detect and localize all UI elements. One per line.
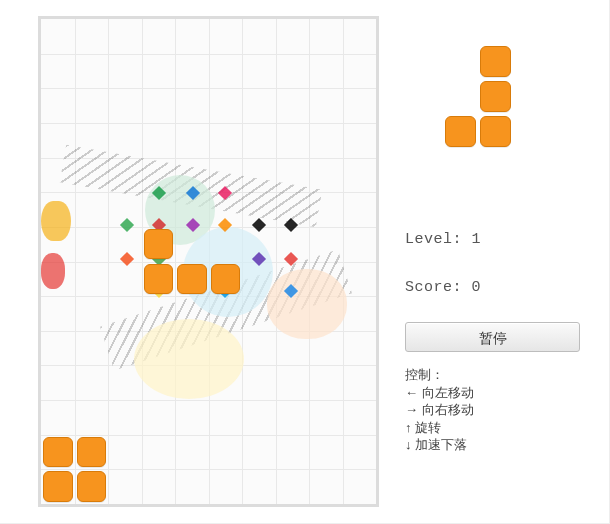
score-value: 0	[472, 279, 482, 296]
controls-right: → 向右移动	[405, 401, 595, 419]
preview-block	[480, 116, 511, 147]
controls-help: 控制： ← 向左移动 → 向右移动 ↑ 旋转 ↓ 加速下落	[405, 366, 595, 454]
decoration-diamond	[252, 218, 266, 232]
placed-block	[43, 437, 73, 468]
game-board[interactable]	[38, 16, 379, 507]
stats-panel: Level: 1 Score: 0	[405, 216, 595, 312]
score-readout: Score: 0	[405, 264, 595, 312]
controls-left: ← 向左移动	[405, 384, 595, 402]
active-block	[144, 264, 174, 295]
controls-heading: 控制：	[405, 366, 595, 384]
decoration-diamond	[120, 252, 134, 266]
active-block	[177, 264, 207, 295]
placed-block	[43, 471, 73, 502]
tetris-app: Level: 1 Score: 0 暂停 控制： ← 向左移动 → 向右移动 ↑…	[0, 0, 610, 524]
placed-block	[77, 471, 107, 502]
active-block	[211, 264, 241, 295]
level-label: Level:	[405, 231, 462, 248]
sidebar: Level: 1 Score: 0 暂停 控制： ← 向左移动 → 向右移动 ↑…	[405, 16, 595, 454]
decoration-diamond	[120, 218, 134, 232]
pause-button[interactable]: 暂停	[405, 322, 580, 352]
score-label: Score:	[405, 279, 462, 296]
level-readout: Level: 1	[405, 216, 595, 264]
preview-block	[480, 46, 511, 77]
level-value: 1	[472, 231, 482, 248]
controls-drop: ↓ 加速下落	[405, 436, 595, 454]
placed-block	[77, 437, 107, 468]
next-piece-preview	[425, 16, 545, 156]
preview-block	[480, 81, 511, 112]
active-block	[144, 229, 174, 260]
preview-block	[445, 116, 476, 147]
controls-rotate: ↑ 旋转	[405, 419, 595, 437]
